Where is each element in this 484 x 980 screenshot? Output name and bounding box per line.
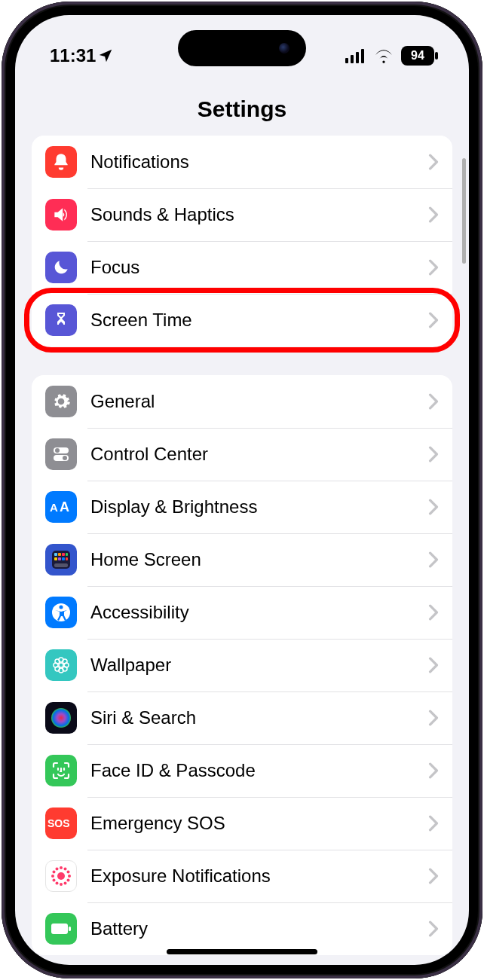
svg-point-39	[56, 882, 59, 885]
chevron-right-icon	[428, 920, 439, 937]
row-label: Wallpaper	[90, 655, 428, 676]
battery-icon: 94	[401, 46, 434, 66]
row-label: Screen Time	[90, 310, 428, 331]
chevron-right-icon	[428, 604, 439, 621]
moon-icon	[45, 252, 77, 283]
exposure-icon	[45, 860, 77, 892]
settings-row-screen-time[interactable]: Screen Time	[32, 294, 452, 347]
svg-text:A: A	[50, 501, 58, 514]
switches-icon	[45, 438, 77, 470]
svg-point-7	[63, 456, 67, 460]
chevron-right-icon	[428, 657, 439, 673]
row-label: Notifications	[90, 151, 428, 172]
settings-row-focus[interactable]: Focus	[32, 241, 452, 294]
settings-group: NotificationsSounds & HapticsFocusScreen…	[32, 136, 452, 347]
svg-point-44	[60, 866, 63, 869]
phone-frame: 11:31 94	[2, 2, 482, 978]
settings-list[interactable]: NotificationsSounds & HapticsFocusScreen…	[15, 136, 469, 955]
svg-rect-13	[62, 553, 65, 556]
svg-point-32	[51, 708, 71, 728]
svg-rect-48	[69, 927, 71, 931]
row-label: Emergency SOS	[90, 813, 428, 834]
siri-icon	[45, 702, 77, 734]
row-label: Battery	[90, 918, 428, 939]
settings-row-notifications[interactable]: Notifications	[32, 136, 452, 188]
chevron-right-icon	[428, 762, 439, 779]
settings-row-emergency-sos[interactable]: SOSEmergency SOS	[32, 797, 452, 850]
svg-rect-16	[58, 557, 61, 560]
chevron-right-icon	[428, 710, 439, 726]
speaker-icon	[45, 199, 77, 230]
settings-group: GeneralControl CenterAADisplay & Brightn…	[32, 375, 452, 955]
svg-rect-0	[345, 58, 348, 63]
wifi-icon	[374, 48, 394, 63]
screen: 11:31 94	[15, 15, 469, 965]
settings-row-control-center[interactable]: Control Center	[32, 428, 452, 481]
svg-rect-15	[54, 557, 57, 560]
svg-point-34	[57, 872, 65, 880]
row-label: Control Center	[90, 444, 428, 465]
status-time: 11:31	[50, 45, 96, 66]
svg-point-43	[56, 868, 59, 871]
scroll-indicator[interactable]	[462, 158, 466, 264]
svg-rect-47	[51, 924, 68, 934]
chevron-right-icon	[428, 446, 439, 463]
bell-icon	[45, 146, 77, 178]
svg-point-35	[68, 875, 71, 878]
row-label: Focus	[90, 257, 428, 278]
settings-row-display-brightness[interactable]: AADisplay & Brightness	[32, 481, 452, 533]
svg-rect-11	[54, 553, 57, 556]
svg-rect-18	[66, 557, 68, 560]
chevron-right-icon	[428, 259, 439, 276]
aa-icon: AA	[45, 491, 77, 523]
row-label: Siri & Search	[90, 707, 428, 728]
settings-row-general[interactable]: General	[32, 375, 452, 428]
cellular-icon	[345, 48, 366, 63]
svg-point-38	[60, 883, 63, 886]
chevron-right-icon	[428, 499, 439, 515]
settings-row-accessibility[interactable]: Accessibility	[32, 586, 452, 639]
chevron-right-icon	[428, 312, 439, 328]
svg-rect-19	[54, 563, 68, 567]
svg-point-41	[51, 875, 54, 878]
settings-row-battery[interactable]: Battery	[32, 902, 452, 955]
chevron-right-icon	[428, 154, 439, 170]
svg-point-5	[55, 448, 60, 453]
row-label: General	[90, 391, 428, 412]
flower-icon	[45, 649, 77, 681]
settings-row-home-screen[interactable]: Home Screen	[32, 533, 452, 586]
svg-rect-17	[62, 557, 65, 560]
svg-rect-12	[58, 553, 61, 556]
page-title: Settings	[15, 96, 469, 122]
settings-row-face-id-passcode[interactable]: Face ID & Passcode	[32, 744, 452, 797]
settings-row-exposure-notifications[interactable]: Exposure Notifications	[32, 850, 452, 902]
chevron-right-icon	[428, 868, 439, 884]
svg-point-22	[59, 663, 63, 667]
settings-row-siri-search[interactable]: Siri & Search	[32, 691, 452, 744]
svg-point-42	[53, 871, 56, 874]
location-icon	[97, 47, 114, 64]
svg-point-36	[67, 879, 70, 882]
battery-level: 94	[411, 49, 424, 63]
svg-text:A: A	[60, 499, 69, 514]
home-indicator[interactable]	[167, 949, 317, 954]
svg-point-37	[64, 882, 67, 885]
row-label: Home Screen	[90, 549, 428, 570]
settings-row-sounds-haptics[interactable]: Sounds & Haptics	[32, 188, 452, 241]
settings-row-wallpaper[interactable]: Wallpaper	[32, 639, 452, 691]
chevron-right-icon	[428, 551, 439, 568]
header: Settings	[15, 75, 469, 136]
svg-rect-14	[66, 553, 68, 556]
dynamic-island	[178, 30, 306, 66]
row-label: Display & Brightness	[90, 496, 428, 517]
svg-rect-3	[361, 49, 364, 63]
svg-text:SOS: SOS	[47, 817, 70, 829]
row-label: Face ID & Passcode	[90, 760, 428, 781]
chevron-right-icon	[428, 393, 439, 410]
sos-icon: SOS	[45, 808, 77, 839]
chevron-right-icon	[428, 206, 439, 223]
svg-point-46	[67, 871, 70, 874]
faceid-icon	[45, 755, 77, 786]
grid-icon	[45, 544, 77, 575]
row-label: Exposure Notifications	[90, 866, 428, 887]
